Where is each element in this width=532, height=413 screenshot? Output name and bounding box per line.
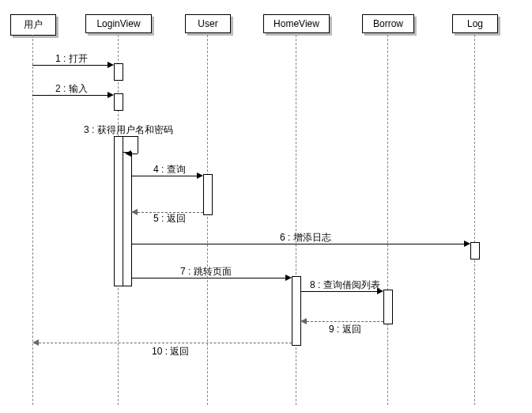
- activation-bar: [470, 242, 480, 260]
- activation-bar: [203, 174, 213, 215]
- lifeline: [207, 35, 208, 405]
- arrowhead-icon: [125, 150, 131, 157]
- participant-label: Borrow: [373, 18, 403, 29]
- activation-bar: [123, 152, 132, 286]
- participant-label: User: [198, 18, 217, 29]
- participant-usermodel: User: [185, 14, 231, 33]
- activation-bar: [114, 93, 123, 111]
- sequence-diagram: 用户 LoginView User HomeView Borrow Log 1 …: [0, 0, 532, 413]
- message-label: 5 : 返回: [153, 212, 186, 225]
- message-return: [39, 343, 292, 343]
- activation-bar: [114, 63, 123, 81]
- lifeline: [387, 35, 388, 405]
- arrowhead-icon: [197, 172, 203, 179]
- participant-label: LoginView: [96, 18, 140, 29]
- arrowhead-icon: [300, 318, 307, 324]
- participant-homeview: HomeView: [263, 14, 330, 33]
- participant-loginview: LoginView: [85, 14, 152, 33]
- arrowhead-icon: [285, 275, 292, 281]
- message-arrow: [138, 136, 138, 153]
- participant-label: Log: [467, 18, 483, 29]
- lifeline: [32, 35, 33, 405]
- message-label: 9 : 返回: [329, 323, 361, 336]
- message-label: 3 : 获得用户名和密码: [84, 123, 173, 137]
- message-arrow: [131, 153, 138, 154]
- arrowhead-icon: [108, 92, 114, 98]
- participant-label: HomeView: [274, 18, 319, 29]
- message-label: 2 : 输入: [55, 82, 88, 96]
- lifeline: [296, 35, 296, 405]
- participant-borrow: Borrow: [362, 14, 414, 33]
- message-label: 1 : 打开: [55, 52, 88, 66]
- arrowhead-icon: [32, 339, 39, 346]
- message-label: 8 : 查询借阅列表: [310, 278, 380, 292]
- message-label: 6 : 增添日志: [280, 231, 331, 244]
- message-label: 4 : 查询: [153, 163, 186, 176]
- message-label: 7 : 跳转页面: [180, 265, 232, 278]
- lifeline: [474, 35, 475, 405]
- message-return: [307, 321, 383, 322]
- activation-bar: [292, 276, 301, 346]
- activation-bar: [383, 290, 393, 324]
- arrowhead-icon: [108, 62, 114, 68]
- participant-label: 用户: [24, 19, 43, 30]
- message-label: 10 : 返回: [152, 345, 189, 358]
- participant-user: 用户: [10, 14, 56, 36]
- arrowhead-icon: [464, 241, 470, 247]
- arrowhead-icon: [131, 209, 138, 215]
- participant-log: Log: [452, 14, 498, 33]
